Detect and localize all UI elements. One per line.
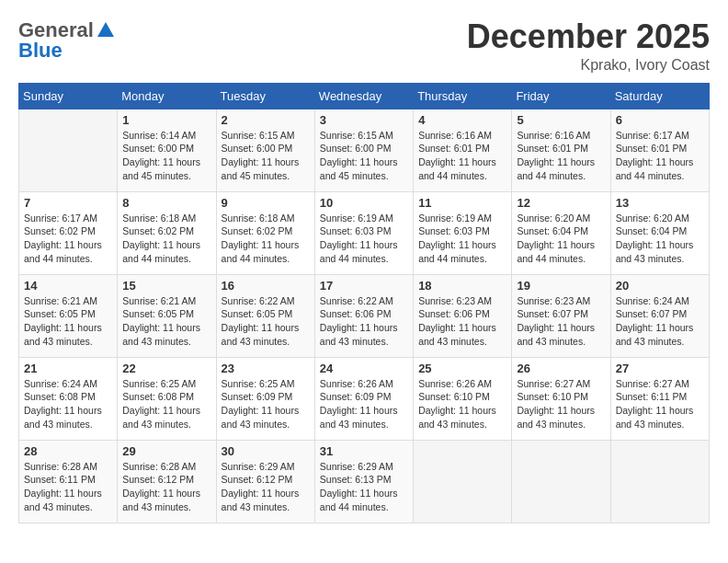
calendar-cell: 19Sunrise: 6:23 AM Sunset: 6:07 PM Dayli…	[512, 274, 610, 357]
calendar-cell: 31Sunrise: 6:29 AM Sunset: 6:13 PM Dayli…	[314, 440, 413, 523]
day-info: Sunrise: 6:26 AM Sunset: 6:10 PM Dayligh…	[418, 377, 506, 431]
day-info: Sunrise: 6:21 AM Sunset: 6:05 PM Dayligh…	[24, 294, 112, 349]
day-number: 20	[616, 279, 704, 293]
day-info: Sunrise: 6:20 AM Sunset: 6:04 PM Dayligh…	[616, 212, 704, 266]
calendar-cell: 4Sunrise: 6:16 AM Sunset: 6:01 PM Daylig…	[414, 109, 512, 191]
day-info: Sunrise: 6:22 AM Sunset: 6:05 PM Dayligh…	[222, 294, 310, 349]
day-number: 31	[320, 444, 408, 458]
day-number: 10	[320, 196, 408, 210]
calendar-week-row: 14Sunrise: 6:21 AM Sunset: 6:05 PM Dayli…	[19, 274, 710, 357]
day-info: Sunrise: 6:23 AM Sunset: 6:06 PM Dayligh…	[418, 294, 506, 349]
calendar-cell: 1Sunrise: 6:14 AM Sunset: 6:00 PM Daylig…	[118, 109, 216, 191]
day-number: 22	[122, 362, 210, 375]
calendar-cell: 22Sunrise: 6:25 AM Sunset: 6:08 PM Dayli…	[118, 357, 216, 440]
day-info: Sunrise: 6:18 AM Sunset: 6:02 PM Dayligh…	[222, 212, 310, 266]
logo: General Blue	[18, 18, 116, 63]
day-number: 2	[222, 113, 310, 127]
day-number: 7	[24, 196, 112, 210]
calendar-cell: 2Sunrise: 6:15 AM Sunset: 6:00 PM Daylig…	[216, 109, 314, 191]
calendar-cell: 11Sunrise: 6:19 AM Sunset: 6:03 PM Dayli…	[414, 191, 512, 274]
calendar-cell: 21Sunrise: 6:24 AM Sunset: 6:08 PM Dayli…	[19, 357, 118, 440]
day-info: Sunrise: 6:24 AM Sunset: 6:08 PM Dayligh…	[24, 377, 112, 431]
day-number: 9	[222, 196, 310, 210]
day-info: Sunrise: 6:17 AM Sunset: 6:02 PM Dayligh…	[24, 212, 112, 266]
day-number: 14	[24, 279, 112, 293]
logo-blue-text: Blue	[18, 39, 63, 63]
day-number: 4	[418, 113, 506, 127]
day-of-week-header: Thursday	[414, 83, 512, 109]
day-number: 16	[222, 279, 310, 293]
calendar-week-row: 7Sunrise: 6:17 AM Sunset: 6:02 PM Daylig…	[19, 191, 710, 274]
calendar-cell: 13Sunrise: 6:20 AM Sunset: 6:04 PM Dayli…	[610, 191, 709, 274]
calendar-cell: 5Sunrise: 6:16 AM Sunset: 6:01 PM Daylig…	[512, 109, 610, 191]
day-number: 30	[222, 444, 310, 458]
day-number: 3	[320, 113, 408, 127]
day-number: 15	[122, 279, 210, 293]
calendar-cell: 18Sunrise: 6:23 AM Sunset: 6:06 PM Dayli…	[414, 274, 512, 357]
day-number: 21	[24, 362, 112, 375]
day-info: Sunrise: 6:23 AM Sunset: 6:07 PM Dayligh…	[517, 294, 605, 349]
day-number: 5	[517, 113, 605, 127]
calendar-header-row: SundayMondayTuesdayWednesdayThursdayFrid…	[19, 83, 710, 109]
day-number: 17	[320, 279, 408, 293]
day-info: Sunrise: 6:28 AM Sunset: 6:12 PM Dayligh…	[122, 460, 210, 514]
day-info: Sunrise: 6:14 AM Sunset: 6:00 PM Dayligh…	[122, 129, 210, 183]
day-of-week-header: Wednesday	[314, 83, 413, 109]
day-info: Sunrise: 6:19 AM Sunset: 6:03 PM Dayligh…	[418, 212, 506, 266]
day-info: Sunrise: 6:21 AM Sunset: 6:05 PM Dayligh…	[122, 294, 210, 349]
calendar-week-row: 1Sunrise: 6:14 AM Sunset: 6:00 PM Daylig…	[19, 109, 710, 191]
day-info: Sunrise: 6:24 AM Sunset: 6:07 PM Dayligh…	[616, 294, 704, 349]
calendar-cell: 23Sunrise: 6:25 AM Sunset: 6:09 PM Dayli…	[216, 357, 314, 440]
day-info: Sunrise: 6:27 AM Sunset: 6:10 PM Dayligh…	[517, 377, 605, 431]
day-of-week-header: Tuesday	[216, 83, 314, 109]
calendar-cell: 29Sunrise: 6:28 AM Sunset: 6:12 PM Dayli…	[118, 440, 216, 523]
day-number: 23	[222, 362, 310, 375]
day-info: Sunrise: 6:15 AM Sunset: 6:00 PM Dayligh…	[320, 129, 408, 183]
calendar-cell: 24Sunrise: 6:26 AM Sunset: 6:09 PM Dayli…	[314, 357, 413, 440]
calendar-cell: 20Sunrise: 6:24 AM Sunset: 6:07 PM Dayli…	[610, 274, 709, 357]
day-info: Sunrise: 6:15 AM Sunset: 6:00 PM Dayligh…	[222, 129, 310, 183]
day-number: 19	[517, 279, 605, 293]
calendar-cell: 14Sunrise: 6:21 AM Sunset: 6:05 PM Dayli…	[19, 274, 118, 357]
day-number: 13	[616, 196, 704, 210]
day-number: 12	[517, 196, 605, 210]
calendar-table: SundayMondayTuesdayWednesdayThursdayFrid…	[18, 83, 710, 523]
calendar-cell: 12Sunrise: 6:20 AM Sunset: 6:04 PM Dayli…	[512, 191, 610, 274]
day-number: 8	[122, 196, 210, 210]
calendar-cell: 7Sunrise: 6:17 AM Sunset: 6:02 PM Daylig…	[19, 191, 118, 274]
day-info: Sunrise: 6:16 AM Sunset: 6:01 PM Dayligh…	[418, 129, 506, 183]
calendar-week-row: 21Sunrise: 6:24 AM Sunset: 6:08 PM Dayli…	[19, 357, 710, 440]
day-number: 18	[418, 279, 506, 293]
day-of-week-header: Saturday	[610, 83, 709, 109]
calendar-cell: 27Sunrise: 6:27 AM Sunset: 6:11 PM Dayli…	[610, 357, 709, 440]
calendar-cell: 9Sunrise: 6:18 AM Sunset: 6:02 PM Daylig…	[216, 191, 314, 274]
month-title: December 2025	[467, 18, 710, 55]
day-info: Sunrise: 6:27 AM Sunset: 6:11 PM Dayligh…	[616, 377, 704, 431]
day-info: Sunrise: 6:18 AM Sunset: 6:02 PM Dayligh…	[122, 212, 210, 266]
day-number: 26	[517, 362, 605, 375]
calendar-cell	[414, 440, 512, 523]
calendar-cell: 10Sunrise: 6:19 AM Sunset: 6:03 PM Dayli…	[314, 191, 413, 274]
day-info: Sunrise: 6:25 AM Sunset: 6:08 PM Dayligh…	[122, 377, 210, 431]
calendar-cell	[512, 440, 610, 523]
day-info: Sunrise: 6:17 AM Sunset: 6:01 PM Dayligh…	[616, 129, 704, 183]
day-info: Sunrise: 6:28 AM Sunset: 6:11 PM Dayligh…	[24, 460, 112, 514]
calendar-cell: 17Sunrise: 6:22 AM Sunset: 6:06 PM Dayli…	[314, 274, 413, 357]
day-info: Sunrise: 6:29 AM Sunset: 6:13 PM Dayligh…	[320, 460, 408, 514]
title-block: December 2025 Kprako, Ivory Coast	[467, 18, 710, 74]
day-number: 6	[616, 113, 704, 127]
calendar-cell: 8Sunrise: 6:18 AM Sunset: 6:02 PM Daylig…	[118, 191, 216, 274]
day-number: 25	[418, 362, 506, 375]
day-number: 1	[122, 113, 210, 127]
calendar-cell	[19, 109, 118, 191]
calendar-cell: 15Sunrise: 6:21 AM Sunset: 6:05 PM Dayli…	[118, 274, 216, 357]
calendar-week-row: 28Sunrise: 6:28 AM Sunset: 6:11 PM Dayli…	[19, 440, 710, 523]
svg-marker-0	[97, 22, 114, 37]
day-info: Sunrise: 6:25 AM Sunset: 6:09 PM Dayligh…	[222, 377, 310, 431]
calendar-cell: 6Sunrise: 6:17 AM Sunset: 6:01 PM Daylig…	[610, 109, 709, 191]
calendar-cell: 16Sunrise: 6:22 AM Sunset: 6:05 PM Dayli…	[216, 274, 314, 357]
day-of-week-header: Friday	[512, 83, 610, 109]
day-number: 29	[122, 444, 210, 458]
calendar-cell	[610, 440, 709, 523]
day-number: 27	[616, 362, 704, 375]
